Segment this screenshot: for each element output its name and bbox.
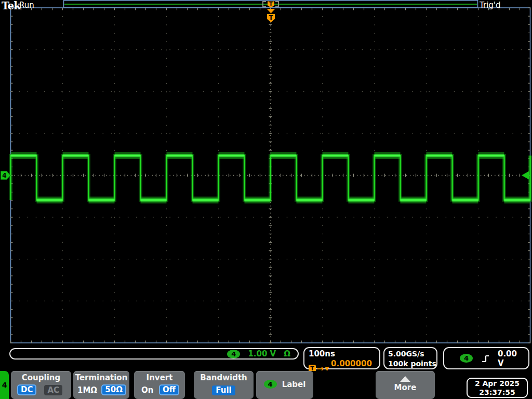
bandwidth-label: Bandwidth (200, 373, 247, 382)
bandwidth-button[interactable]: Bandwidth Full (194, 371, 254, 399)
invert-option-off[interactable]: Off (159, 384, 179, 395)
more-button[interactable]: More (376, 371, 435, 399)
vertical-scale-value: 1.00 V (248, 349, 276, 358)
bandwidth-value[interactable]: Full (212, 385, 235, 395)
more-up-arrow-icon (400, 376, 410, 382)
position-marker-icon: ▼ (325, 366, 329, 371)
invert-option-on[interactable]: On (141, 385, 153, 395)
channel4-waveform (11, 156, 530, 200)
invert-label: Invert (147, 373, 173, 382)
horizontal-readout: 100ns T → ▼ 0.000000 s (303, 347, 380, 369)
svg-text:T: T (269, 14, 273, 21)
svg-text:T: T (269, 1, 273, 7)
horizontal-scale-value: 100ns (309, 349, 379, 358)
bottom-menu-bar: 4 Coupling DC AC Termination 1MΩ 50Ω Inv… (0, 371, 532, 399)
record-trigger-marker-icon[interactable]: T (268, 1, 274, 8)
coupling-option-ac[interactable]: AC (44, 385, 62, 395)
invert-button[interactable]: Invert On Off (134, 371, 185, 399)
more-button-text: More (394, 383, 417, 392)
termination-label: Termination (75, 373, 128, 382)
coupling-button[interactable]: Coupling DC AC (11, 371, 71, 399)
label-button[interactable]: 4 Label (256, 371, 313, 399)
trigger-position-marker-icon[interactable]: T (267, 9, 275, 22)
svg-text:4: 4 (2, 172, 6, 179)
termination-option-1m[interactable]: 1MΩ (77, 385, 97, 395)
termination-button[interactable]: Termination 1MΩ 50Ω (73, 371, 129, 399)
trigger-source-badge: 4 (460, 354, 473, 363)
trigger-status: Trig'd (480, 1, 500, 10)
acquisition-status: Run (19, 1, 34, 10)
channel4-menu-tab[interactable]: 4 (0, 371, 9, 399)
termination-option-50[interactable]: 50Ω (101, 384, 126, 395)
sample-rate-value: 5.00GS/s (388, 349, 436, 359)
rising-edge-slope-icon (482, 354, 489, 363)
acquisition-readout: 5.00GS/s 100k points (383, 347, 437, 369)
oscilloscope-screen: Tek Run Trig'd T T 4 (0, 0, 532, 399)
coupling-option-dc[interactable]: DC (17, 384, 36, 395)
trigger-readout: 4 0.00 V (443, 347, 529, 369)
label-button-text: Label (282, 380, 306, 389)
channel4-badge: 4 (227, 350, 240, 358)
channel-scale-readout: 4 1.00 V Ω (9, 348, 299, 360)
trigger-level-arrow-icon[interactable] (522, 171, 529, 180)
label-channel-badge: 4 (264, 380, 277, 389)
time-value: 23:37:55 (479, 388, 515, 397)
datetime-box: 2 Apr 2025 23:37:55 (467, 378, 528, 398)
record-length-value: 100k points (388, 359, 436, 369)
trigger-level-value: 0.00 V (498, 349, 528, 368)
coupling-label: Coupling (22, 373, 60, 382)
impedance-symbol: Ω (284, 349, 290, 358)
tek-logo: Tek (2, 0, 20, 12)
scope-display: T T 4 (0, 0, 532, 371)
date-value: 2 Apr 2025 (475, 379, 520, 388)
